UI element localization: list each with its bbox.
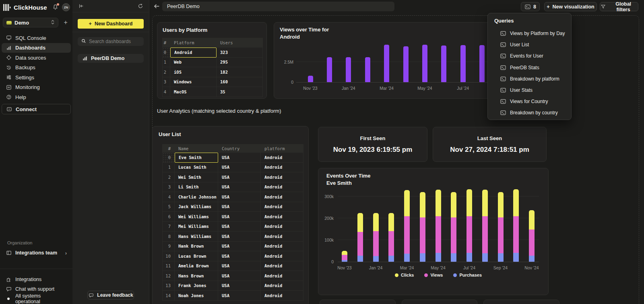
table-cell[interactable]: Hans Williams [175, 232, 218, 242]
notifications-bell-icon[interactable] [52, 4, 59, 10]
table-cell[interactable]: Android [261, 261, 303, 271]
table-cell[interactable]: Android [261, 251, 303, 261]
new-dashboard-button[interactable]: + New Dashboard [78, 19, 144, 29]
table-cell[interactable]: Jack Williams [175, 202, 218, 212]
new-visualization-button[interactable]: + New visualization [544, 2, 597, 11]
table-cell[interactable]: Android [261, 202, 303, 212]
query-item-user-stats[interactable]: User Stats [488, 85, 572, 96]
query-item-breakdown-by-country[interactable]: Breakdown by country [488, 107, 572, 118]
global-filters-button[interactable]: Global filters [600, 2, 638, 11]
sidebar-item-data-sources[interactable]: Data sources [2, 53, 71, 63]
table-cell[interactable]: Mei Williams [175, 222, 218, 232]
connect-button[interactable]: Connect [2, 104, 71, 114]
table-cell[interactable]: USA [218, 212, 261, 222]
table-cell[interactable]: USA [218, 251, 261, 261]
table-cell[interactable]: USA [218, 242, 261, 252]
table-cell[interactable]: USA [218, 182, 261, 192]
table-cell[interactable]: Android [261, 182, 303, 192]
dashboard-title-input[interactable] [162, 2, 394, 11]
table-cell[interactable]: Android [261, 271, 303, 281]
query-item-views-by-platform-by-day[interactable]: Views by Platform by Day [488, 28, 572, 39]
sidebar-item-settings[interactable]: Settings [2, 72, 71, 83]
queries-count-button[interactable]: 8 [521, 2, 540, 11]
legend-item-clicks[interactable]: Clicks [395, 273, 414, 277]
table-header-cell: Name [175, 144, 218, 153]
dashboard-search[interactable] [78, 37, 144, 46]
table-cell[interactable]: 295 [217, 58, 263, 68]
footer-item-chat-with-support[interactable]: Chat with support [2, 284, 71, 294]
search-input[interactable] [89, 39, 140, 44]
legend-item-views[interactable]: Views [424, 273, 443, 277]
table-cell[interactable]: USA [218, 271, 261, 281]
table-cell[interactable]: Android [261, 153, 303, 163]
table-cell[interactable]: Android [261, 222, 303, 232]
table-cell[interactable]: MacOS [170, 87, 217, 97]
table-cell[interactable]: Lucas Brown [175, 251, 218, 261]
table-cell[interactable]: USA [218, 291, 261, 301]
table-cell[interactable]: USA [218, 153, 261, 163]
table-cell[interactable]: USA [218, 232, 261, 242]
table-cell[interactable]: Android [261, 163, 303, 173]
table-cell[interactable]: Li Smith [175, 182, 218, 192]
table-cell[interactable]: 182 [217, 67, 263, 77]
table-cell[interactable]: Amelia Brown [175, 261, 218, 271]
table-cell[interactable]: Android [261, 192, 303, 202]
table-cell[interactable]: 160 [217, 77, 263, 87]
table-cell[interactable]: 323 [217, 48, 263, 58]
legend-item-purchases[interactable]: Purchases [453, 273, 482, 277]
query-item-breakdown-by-platform[interactable]: Breakdown by platform [488, 73, 572, 85]
table-cell[interactable]: Eve Smith [175, 153, 218, 163]
table-cell[interactable]: Android [261, 291, 303, 301]
table-cell[interactable]: USA [218, 192, 261, 202]
table-cell[interactable]: Hank Brown [175, 242, 218, 252]
table-cell[interactable]: USA [218, 281, 261, 291]
back-arrow-icon[interactable] [153, 3, 161, 10]
table-cell[interactable]: Android [170, 48, 217, 58]
leave-feedback-button[interactable]: Leave feedback [87, 291, 134, 300]
table-cell[interactable]: USA [218, 163, 261, 173]
table-cell[interactable]: Web [170, 58, 217, 68]
query-item-peerdb-stats[interactable]: PeerDB Stats [488, 62, 572, 73]
table-cell[interactable]: Android [261, 281, 303, 291]
query-item-views-for-country[interactable]: Views for Country [488, 96, 572, 107]
table-cell[interactable]: Android [261, 212, 303, 222]
workspace-select[interactable]: Demo [3, 18, 58, 27]
footer-item-integrations[interactable]: Integrations [2, 275, 71, 284]
chat-bubble-icon [88, 292, 94, 298]
table-cell[interactable]: 35 [217, 87, 263, 97]
sidebar-item-dashboards[interactable]: Dashboards [2, 43, 71, 53]
stacked-bar [482, 190, 488, 262]
sidebar-item-sql-console[interactable]: SQL Console [2, 33, 71, 43]
dashboard-item-peerdb-demo[interactable]: PeerDB Demo [78, 54, 144, 63]
query-item-user-list[interactable]: User List [488, 39, 572, 50]
table-cell[interactable]: USA [218, 222, 261, 232]
table-cell[interactable]: Charlie Johnson [175, 192, 218, 202]
table-cell[interactable]: USA [218, 261, 261, 271]
table-cell[interactable]: Android [261, 232, 303, 242]
avatar[interactable]: ZN [62, 3, 70, 11]
sidebar-item-backups[interactable]: Backups [2, 63, 71, 73]
add-workspace-button[interactable]: + [62, 19, 70, 27]
table-cell[interactable]: Android [261, 242, 303, 252]
sidebar-item-integrations-team[interactable]: Integrations team › [2, 248, 71, 258]
collapse-panel-icon[interactable] [78, 3, 85, 9]
sidebar-item-monitoring[interactable]: Monitoring [2, 83, 71, 93]
table-cell[interactable]: Noah Jones [175, 291, 218, 301]
sidebar-item-help[interactable]: Help [2, 92, 71, 102]
table-cell[interactable]: Windows [170, 77, 217, 87]
query-item-events-for-user[interactable]: Events for User [488, 50, 572, 62]
table-cell[interactable]: Hans Brown [175, 271, 218, 281]
table-cell[interactable]: USA [218, 172, 261, 182]
table-cell[interactable]: USA [218, 202, 261, 212]
table-cell[interactable]: Frank Jones [175, 281, 218, 291]
table-cell[interactable]: Lucas Smith [175, 163, 218, 173]
table-cell[interactable]: Wei Smith [175, 172, 218, 182]
table-cell[interactable]: iOS [170, 67, 217, 77]
footer-item-all-systems-operational[interactable]: All systems operational [2, 294, 71, 304]
org-team-label: Integrations team [15, 250, 57, 256]
table-cell[interactable]: Wei Williams [175, 212, 218, 222]
terminal-icon [500, 110, 506, 116]
x-axis-label: May '24 [417, 86, 432, 91]
table-cell[interactable]: Android [261, 172, 303, 182]
refresh-icon[interactable] [137, 3, 144, 9]
